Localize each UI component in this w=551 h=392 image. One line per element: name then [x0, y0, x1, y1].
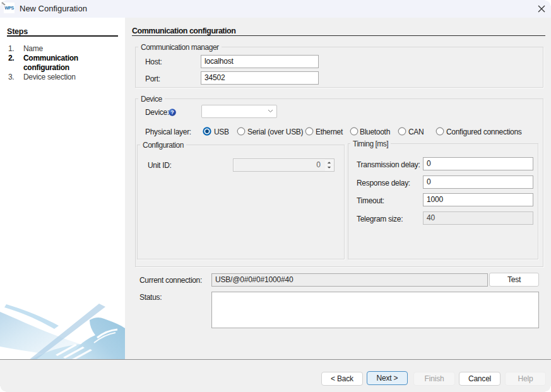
svg-text:?: ? [170, 109, 174, 116]
